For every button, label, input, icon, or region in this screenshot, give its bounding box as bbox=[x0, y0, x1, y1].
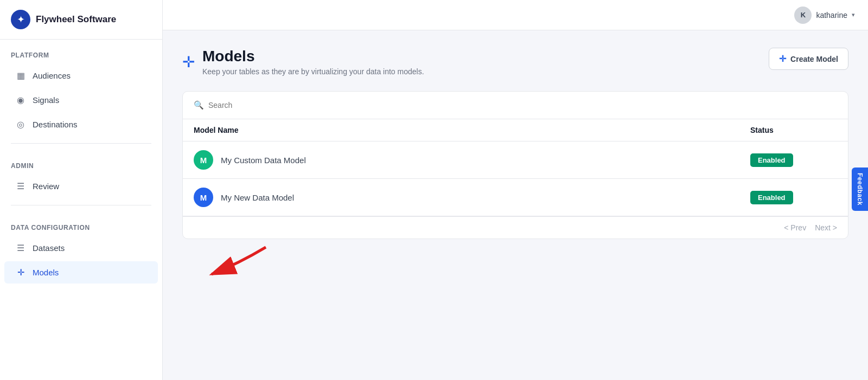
page-title-block: ✛ Models Keep your tables as they are by… bbox=[182, 48, 424, 76]
col-status-header: Status bbox=[750, 126, 837, 134]
arrow-annotation bbox=[195, 242, 271, 285]
create-model-label: Create Model bbox=[790, 55, 838, 63]
row-left: M My Custom Data Model bbox=[194, 150, 750, 170]
logo-area[interactable]: ✦ Flywheel Software bbox=[0, 0, 162, 40]
search-input[interactable] bbox=[208, 101, 837, 110]
model-avatar: M bbox=[194, 188, 213, 207]
page-title-icon: ✛ bbox=[182, 53, 195, 71]
sidebar-divider-2 bbox=[11, 205, 151, 205]
sidebar-item-review[interactable]: ☰ Review bbox=[4, 175, 158, 197]
row-status: Enabled bbox=[750, 191, 837, 204]
sidebar-item-label: Signals bbox=[33, 95, 59, 105]
models-card: 🔍 Model Name Status M My Custom Data Mod… bbox=[182, 91, 848, 239]
user-name: katharine bbox=[816, 11, 847, 20]
sidebar-item-models[interactable]: ✛ Models bbox=[4, 261, 158, 284]
page-subtitle: Keep your tables as they are by virtuali… bbox=[202, 67, 424, 76]
next-button[interactable]: Next > bbox=[815, 223, 837, 232]
admin-section-label: Admin bbox=[0, 150, 162, 174]
col-name-header: Model Name bbox=[194, 126, 750, 134]
search-icon: 🔍 bbox=[194, 100, 204, 110]
page-header: ✛ Models Keep your tables as they are by… bbox=[182, 48, 848, 76]
signals-icon: ◉ bbox=[15, 95, 26, 105]
logo-icon: ✦ bbox=[11, 10, 30, 29]
destinations-icon: ◎ bbox=[15, 119, 26, 130]
row-status: Enabled bbox=[750, 153, 837, 167]
sidebar-item-label: Datasets bbox=[33, 243, 65, 253]
model-name: My New Data Model bbox=[221, 193, 294, 202]
sidebar-item-label: Models bbox=[33, 268, 59, 277]
page-content: ✛ Models Keep your tables as they are by… bbox=[163, 30, 868, 380]
search-row: 🔍 bbox=[183, 92, 848, 119]
datasets-icon: ☰ bbox=[15, 243, 26, 253]
page-title-text: Models Keep your tables as they are by v… bbox=[202, 48, 424, 76]
prev-button[interactable]: < Prev bbox=[784, 223, 806, 232]
main-area: K katharine ▾ ✛ Models Keep your tables … bbox=[163, 0, 868, 380]
chevron-down-icon: ▾ bbox=[852, 11, 855, 18]
app-name: Flywheel Software bbox=[36, 14, 116, 25]
sidebar-divider-1 bbox=[11, 143, 151, 144]
table-row[interactable]: M My New Data Model Enabled bbox=[183, 179, 848, 216]
sidebar-item-label: Audiences bbox=[33, 71, 71, 80]
pagination-row: < Prev Next > bbox=[183, 216, 848, 239]
status-badge: Enabled bbox=[750, 153, 793, 167]
sidebar: ✦ Flywheel Software Platform ▦ Audiences… bbox=[0, 0, 163, 380]
sidebar-item-signals[interactable]: ◉ Signals bbox=[4, 89, 158, 111]
status-badge: Enabled bbox=[750, 191, 793, 204]
feedback-button[interactable]: Feedback bbox=[852, 167, 868, 210]
row-left: M My New Data Model bbox=[194, 188, 750, 207]
sidebar-item-label: Review bbox=[33, 182, 59, 191]
sidebar-item-datasets[interactable]: ☰ Datasets bbox=[4, 237, 158, 259]
data-config-section-label: Data Configuration bbox=[0, 212, 162, 236]
table-row[interactable]: M My Custom Data Model Enabled bbox=[183, 141, 848, 179]
create-model-icon: ✛ bbox=[779, 54, 786, 64]
page-title: Models bbox=[202, 48, 424, 65]
feedback-wrapper: Feedback bbox=[852, 167, 868, 212]
model-avatar: M bbox=[194, 150, 213, 170]
audiences-icon: ▦ bbox=[15, 70, 26, 81]
models-icon: ✛ bbox=[15, 267, 26, 278]
platform-section-label: Platform bbox=[0, 40, 162, 63]
sidebar-item-destinations[interactable]: ◎ Destinations bbox=[4, 113, 158, 136]
create-model-button[interactable]: ✛ Create Model bbox=[769, 48, 848, 70]
review-icon: ☰ bbox=[15, 181, 26, 191]
model-name: My Custom Data Model bbox=[221, 156, 306, 165]
user-menu[interactable]: K katharine ▾ bbox=[794, 7, 855, 24]
sidebar-item-audiences[interactable]: ▦ Audiences bbox=[4, 65, 158, 87]
table-header: Model Name Status bbox=[183, 119, 848, 141]
topnav: K katharine ▾ bbox=[163, 0, 868, 30]
avatar: K bbox=[794, 7, 812, 24]
sidebar-item-label: Destinations bbox=[33, 120, 78, 129]
